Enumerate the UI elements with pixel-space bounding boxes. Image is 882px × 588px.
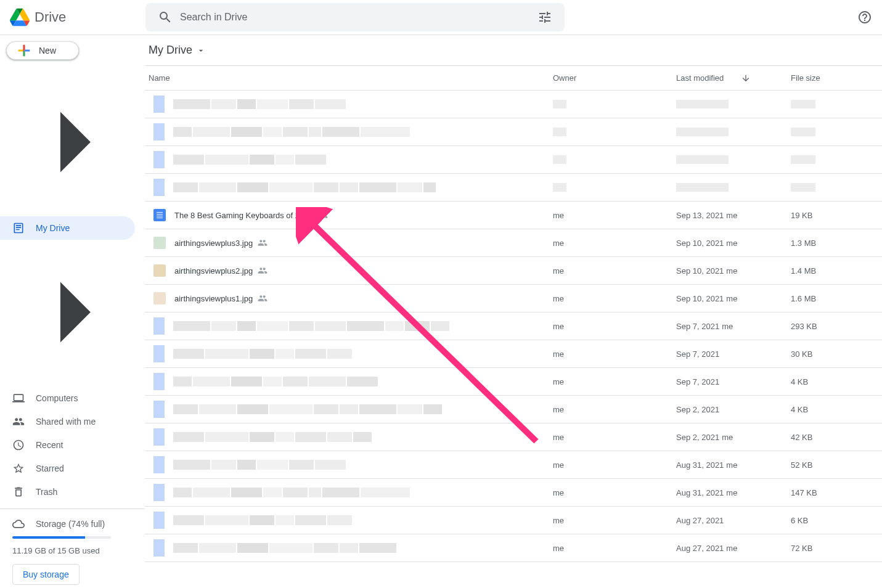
file-row[interactable]: airthingsviewplus2.jpgmeSep 10, 2021me1.… xyxy=(145,257,882,285)
file-row[interactable]: meSep 7, 202130 KB xyxy=(145,340,882,368)
file-row[interactable] xyxy=(145,174,882,202)
file-modified: Aug 31, 2021me xyxy=(676,460,791,470)
file-row[interactable]: meSep 2, 2021me42 KB xyxy=(145,423,882,451)
file-row[interactable] xyxy=(145,118,882,146)
table-header: Name Owner Last modified File size xyxy=(145,66,882,91)
file-name-redacted xyxy=(173,432,553,442)
new-button[interactable]: New xyxy=(6,41,79,60)
file-row[interactable]: meAug 27, 2021me72 KB xyxy=(145,534,882,562)
file-size: 147 KB xyxy=(791,488,878,497)
logo-area[interactable]: Drive xyxy=(10,7,145,27)
file-size: 6 KB xyxy=(791,516,878,525)
help-icon[interactable] xyxy=(857,10,872,25)
file-row[interactable] xyxy=(145,91,882,118)
file-modified: Aug 27, 2021me xyxy=(676,544,791,553)
doc-icon xyxy=(153,209,166,221)
sidebar-item-trash[interactable]: Trash xyxy=(0,480,135,504)
storage-label: Storage (74% full) xyxy=(36,519,105,529)
col-modified-header[interactable]: Last modified xyxy=(676,73,791,83)
caret-down-icon xyxy=(196,46,206,55)
file-name-redacted xyxy=(173,321,553,331)
file-icon-redacted xyxy=(153,373,165,390)
file-size: 293 KB xyxy=(791,322,878,331)
shared-icon xyxy=(258,266,267,276)
file-row[interactable]: meSep 7, 20214 KB xyxy=(145,368,882,396)
sidebar-item-label: Trash xyxy=(36,487,57,497)
shared-icon xyxy=(12,415,25,428)
file-modified: Sep 10, 2021me xyxy=(676,239,791,248)
file-list: The 8 Best Gaming Keyboards of 2021meSep… xyxy=(145,91,882,588)
app-name: Drive xyxy=(35,9,66,25)
file-name-redacted xyxy=(173,99,553,109)
sidebar-item-recent[interactable]: Recent xyxy=(0,433,135,457)
file-row[interactable]: airthingsviewplus1.jpgmeSep 10, 2021me1.… xyxy=(145,285,882,312)
sidebar-item-shared[interactable]: Shared with me xyxy=(0,410,135,433)
file-size: 1.6 MB xyxy=(791,294,878,303)
recent-icon xyxy=(12,439,25,451)
file-owner: me xyxy=(553,294,676,303)
sidebar-item-label: Computers xyxy=(36,393,78,403)
file-size: 4 KB xyxy=(791,377,878,386)
file-modified: Sep 10, 2021me xyxy=(676,266,791,276)
file-owner: me xyxy=(553,239,676,248)
sidebar-item-my-drive[interactable]: My Drive xyxy=(0,216,135,240)
storage-usage: 11.19 GB of 15 GB used xyxy=(12,546,133,555)
file-row[interactable]: meSep 7, 2021me293 KB xyxy=(145,312,882,340)
file-modified: Sep 2, 2021me xyxy=(676,433,791,442)
search-input[interactable] xyxy=(180,12,530,23)
search-options-icon[interactable] xyxy=(537,10,552,25)
file-size: 4 KB xyxy=(791,405,878,414)
col-owner-header[interactable]: Owner xyxy=(553,73,676,83)
file-icon-redacted xyxy=(153,123,165,141)
cloud-icon xyxy=(12,518,25,530)
file-size: 30 KB xyxy=(791,349,878,359)
file-size xyxy=(791,183,878,192)
image-icon xyxy=(153,264,166,277)
file-owner: me xyxy=(553,377,676,386)
file-modified: Aug 27, 2021 xyxy=(676,516,791,525)
sidebar-item-computers[interactable]: Computers xyxy=(0,386,135,410)
breadcrumb[interactable]: My Drive xyxy=(145,35,882,65)
my-drive-icon xyxy=(12,222,25,234)
sidebar-item-label: Shared with me xyxy=(36,417,96,427)
file-modified xyxy=(676,128,791,136)
file-owner xyxy=(553,100,676,108)
file-icon-redacted xyxy=(153,512,165,529)
file-name: airthingsviewplus1.jpg xyxy=(174,293,553,303)
file-row[interactable]: meAug 31, 2021me52 KB xyxy=(145,451,882,479)
search-bar[interactable] xyxy=(145,3,565,31)
buy-storage-button[interactable]: Buy storage xyxy=(12,564,80,585)
file-owner: me xyxy=(553,322,676,331)
file-modified: Aug 31, 2021me xyxy=(676,488,791,497)
file-modified: Sep 7, 2021me xyxy=(676,322,791,331)
file-size xyxy=(791,155,878,164)
file-owner: me xyxy=(553,266,676,276)
shared-icon xyxy=(258,293,267,303)
new-button-label: New xyxy=(39,46,56,55)
file-size: 52 KB xyxy=(791,460,878,470)
file-row[interactable]: airthingsviewplus3.jpgmeSep 10, 2021me1.… xyxy=(145,229,882,257)
file-row[interactable]: meSep 2, 20214 KB xyxy=(145,396,882,423)
sidebar-item-starred[interactable]: Starred xyxy=(0,457,135,480)
file-name-redacted xyxy=(173,127,553,137)
col-name-header[interactable]: Name xyxy=(149,73,553,83)
shared-icon xyxy=(318,210,328,220)
image-icon xyxy=(153,237,166,249)
file-owner xyxy=(553,128,676,136)
col-size-header[interactable]: File size xyxy=(791,73,878,83)
file-owner: me xyxy=(553,516,676,525)
file-row[interactable]: meAug 31, 2021me147 KB xyxy=(145,479,882,507)
file-size: 1.4 MB xyxy=(791,266,878,276)
file-name: airthingsviewplus2.jpg xyxy=(174,266,553,276)
header: Drive xyxy=(0,0,882,35)
file-name-redacted xyxy=(173,460,553,470)
storage-row[interactable]: Storage (74% full) xyxy=(12,518,133,530)
file-icon-redacted xyxy=(153,345,165,362)
file-owner xyxy=(553,155,676,164)
file-row[interactable] xyxy=(145,146,882,174)
file-name-redacted xyxy=(173,377,553,386)
file-row[interactable]: meAug 27, 20216 KB xyxy=(145,507,882,534)
file-icon-redacted xyxy=(153,484,165,501)
file-row[interactable]: The 8 Best Gaming Keyboards of 2021meSep… xyxy=(145,202,882,229)
file-icon-redacted xyxy=(153,96,165,113)
